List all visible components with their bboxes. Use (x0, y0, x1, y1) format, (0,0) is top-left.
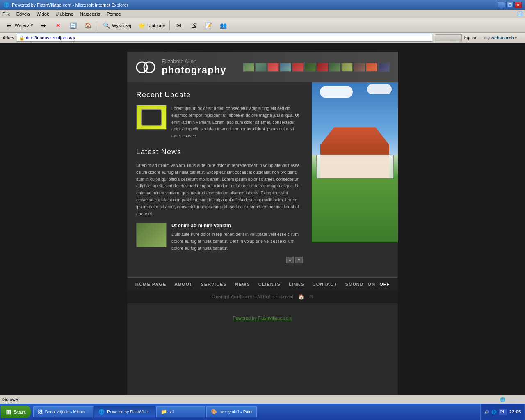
svg-point-1 (144, 62, 155, 73)
header-thumbnails (243, 63, 390, 72)
windows-logo: ⊞ (517, 10, 523, 18)
zone-label: Internet (507, 397, 523, 402)
home-footer-icon: 🏠 (298, 294, 304, 300)
menu-tools[interactable]: Narzędzia (80, 11, 100, 16)
separator-2 (169, 21, 170, 30)
close-button[interactable]: ✕ (514, 2, 522, 8)
news-item-content: Ut enim ad minim veniam Duis aute irure … (171, 223, 303, 251)
photo-clouds2 (367, 84, 392, 94)
tools-button[interactable]: 👥 (217, 20, 230, 31)
menu-file[interactable]: Plik (2, 11, 10, 16)
content-right (312, 82, 398, 277)
sound-on-label[interactable]: On (368, 282, 376, 287)
menu-edit[interactable]: Edycja (16, 11, 30, 16)
thumb-1[interactable] (243, 63, 254, 72)
thumb-9[interactable] (341, 63, 353, 72)
site-footer: Copyright YourBusiness. All Rights Reser… (127, 291, 398, 303)
go-icon: ▶ (438, 35, 442, 41)
links-label: Łącza (464, 35, 476, 40)
mail-button[interactable]: ✉ (172, 20, 185, 31)
copyright-text: Copyright YourBusiness. All Rights Reser… (212, 294, 293, 299)
menu-help[interactable]: Pomoc (107, 11, 121, 16)
recent-thumbnail (136, 105, 167, 130)
forward-button[interactable]: ➡ (37, 20, 50, 31)
website: Elizabeth Allen photography (127, 52, 398, 395)
latest-news-section: Latest News Ut enim ad minim veniam. Dui… (136, 148, 303, 263)
menu-favorites[interactable]: Ulubione (55, 11, 73, 16)
separator-1 (97, 21, 97, 30)
toolbar: ⬅ Wstecz ▾ ➡ ✕ 🔄 🏠 🔍 Wyszukaj ⭐ Ulubione… (0, 18, 525, 33)
stop-button[interactable]: ✕ (52, 20, 65, 31)
logo-name: Elizabeth Allen (162, 58, 226, 64)
edit-button[interactable]: 📝 (202, 20, 215, 31)
main-photo (312, 82, 398, 242)
scroll-down-button[interactable]: ▼ (295, 257, 303, 263)
thumb-10[interactable] (354, 63, 365, 72)
refresh-button[interactable]: 🔄 (66, 20, 80, 31)
nav-homepage[interactable]: HOME PAGE (135, 282, 166, 287)
scroll-up-button[interactable]: ▲ (286, 257, 294, 263)
thumb-12[interactable] (378, 63, 390, 72)
nav-services[interactable]: SERVICES (201, 282, 226, 287)
nav-sound[interactable]: SOUND On Off (345, 282, 390, 287)
address-input-wrap[interactable]: 🔒 (17, 34, 432, 42)
restore-button[interactable]: ❐ (506, 2, 514, 8)
minimize-button[interactable]: _ (498, 2, 505, 8)
back-button[interactable]: ⬅ Wstecz ▾ (2, 20, 35, 31)
powered-link[interactable]: Powered by FlashVillage.com (127, 315, 398, 320)
device-image (141, 109, 162, 126)
logo-icon (135, 60, 156, 75)
thumb-4[interactable] (280, 63, 291, 72)
news-item: Ut enim ad minim veniam Duis aute irure … (136, 223, 303, 251)
title-bar: 🌐 Powered by FlashVillage.com - Microsof… (0, 0, 525, 10)
scroll-controls: ▲ ▼ (136, 257, 303, 263)
go-button[interactable]: ▶ Przejdź (435, 34, 462, 41)
print-button[interactable]: 🖨 (187, 20, 200, 31)
websearch-label: websearch (491, 35, 514, 40)
tools-icon: 👥 (219, 21, 228, 30)
go-label: Przejdź (443, 35, 458, 40)
logo-area: Elizabeth Allen photography (135, 58, 226, 76)
mail-icon: ✉ (174, 21, 183, 30)
thumb-7[interactable] (317, 63, 328, 72)
thumb-8[interactable] (329, 63, 340, 72)
search-label: Wyszukaj (112, 23, 131, 28)
favorites-button[interactable]: ⭐ Ulubione (135, 20, 167, 31)
thumb-5[interactable] (292, 63, 304, 72)
nav-about[interactable]: ABOUT (174, 282, 192, 287)
news-thumbnail (136, 223, 167, 247)
refresh-icon: 🔄 (68, 21, 78, 30)
thumb-3[interactable] (267, 63, 279, 72)
news-item-text: Duis aute irure dolor in rep rehen derit… (171, 231, 303, 251)
nav-news[interactable]: NEWS (235, 282, 250, 287)
favorites-label: Ulubione (147, 23, 165, 28)
copyright: Copyright YourBusiness. All Rights Reser… (130, 294, 395, 300)
photo-ground (312, 178, 398, 242)
back-icon: ⬅ (5, 21, 14, 30)
status-text: Gotowe (2, 397, 18, 402)
search-button[interactable]: 🔍 Wyszukaj (100, 20, 133, 31)
nav-clients[interactable]: CLIENTS (258, 282, 281, 287)
menu-view[interactable]: Widok (37, 11, 49, 16)
status-bar: Gotowe 🌐 Internet (0, 395, 525, 404)
site-main: Recent Update Lorem ipsum dolor sit amet… (127, 82, 398, 277)
address-input[interactable] (25, 35, 430, 40)
home-button[interactable]: 🏠 (81, 20, 94, 31)
thumb-11[interactable] (366, 63, 377, 72)
sound-off-label[interactable]: Off (379, 282, 390, 287)
site-nav: HOME PAGE ABOUT SERVICES NEWS CLIENTS LI… (127, 277, 398, 291)
nav-links[interactable]: LINKS (289, 282, 304, 287)
mywebsearch[interactable]: mywebsearch ▾ (484, 35, 518, 41)
ie-icon: 🌐 (3, 2, 9, 8)
back-label: Wstecz (15, 23, 30, 28)
recent-content: Lorem ipsum dolor sit amet, consectetur … (136, 105, 303, 139)
browser-content: Elizabeth Allen photography (0, 43, 525, 404)
thumb-6[interactable] (304, 63, 316, 72)
thumb-2[interactable] (255, 63, 267, 72)
zone-icon: 🌐 (500, 397, 506, 402)
back-chevron: ▾ (31, 23, 33, 28)
search-icon: 🔍 (102, 21, 111, 30)
recent-text: Lorem ipsum dolor sit amet, consectetur … (171, 105, 303, 139)
forward-icon: ➡ (39, 21, 48, 30)
nav-contact[interactable]: CONTACT (313, 282, 337, 287)
